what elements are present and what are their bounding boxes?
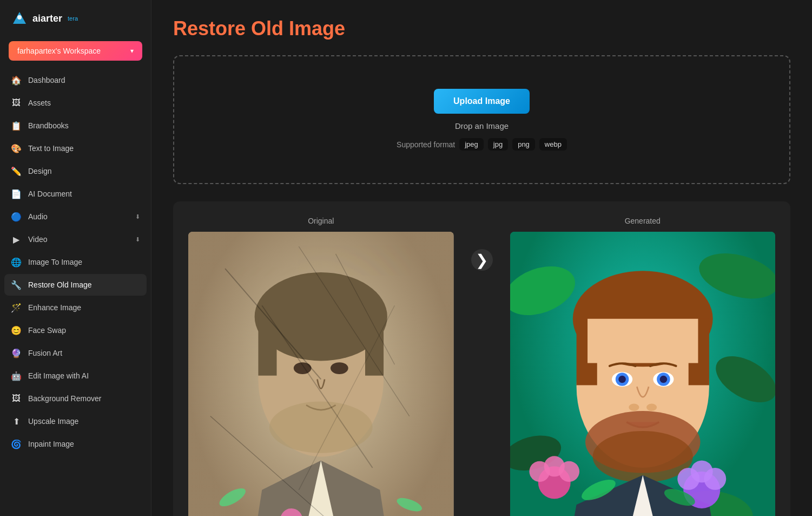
workspace-arrow: ▾ (130, 47, 134, 55)
fusion-art-icon: 🔮 (11, 348, 22, 358)
upload-button[interactable]: Upload Image (434, 89, 530, 114)
workspace-button[interactable]: farhapartex's Workspace ▾ (9, 41, 142, 61)
sidebar-item-face-swap[interactable]: 😊Face Swap (4, 319, 147, 341)
sidebar-item-label-enhance-image: Enhance Image (28, 303, 140, 312)
sidebar-item-label-face-swap: Face Swap (28, 326, 140, 335)
sidebar-nav: 🏠Dashboard🖼Assets📋Brandbooks🎨Text to Ima… (0, 69, 151, 455)
format-badge-png: png (512, 138, 535, 151)
assets-icon: 🖼 (11, 97, 22, 108)
generated-label: Generated (510, 217, 776, 225)
background-remover-icon: 🖼 (11, 393, 22, 404)
sidebar-item-image-to-image[interactable]: 🌐Image To Image (4, 251, 147, 273)
sidebar-item-restore-old-image[interactable]: 🔧Restore Old Image (4, 274, 147, 296)
page-title: Restore Old Image (173, 17, 790, 40)
sidebar-item-label-fusion-art: Fusion Art (28, 349, 140, 357)
app-name: aiarter (32, 13, 62, 24)
text-to-image-icon: 🎨 (11, 143, 22, 154)
format-badge-webp: webp (539, 138, 567, 151)
sidebar-item-badge-video: ⬇ (135, 236, 140, 243)
sidebar-item-badge-audio: ⬇ (135, 213, 140, 220)
sidebar-item-audio[interactable]: 🔵Audio⬇ (4, 206, 147, 227)
sidebar-item-dashboard[interactable]: 🏠Dashboard (4, 69, 147, 91)
svg-point-51 (544, 456, 564, 476)
svg-point-40 (618, 376, 626, 383)
sidebar-item-label-brandbooks: Brandbooks (28, 121, 140, 130)
sidebar-item-label-restore-old-image: Restore Old Image (28, 280, 140, 289)
sidebar-item-background-remover[interactable]: 🖼Background Remover (4, 388, 147, 409)
brandbooks-icon: 📋 (11, 120, 22, 131)
svg-rect-37 (587, 319, 698, 363)
sidebar-item-label-dashboard: Dashboard (28, 76, 140, 84)
format-badge-jpeg: jpeg (459, 138, 484, 151)
image-to-image-icon: 🌐 (11, 257, 22, 267)
design-icon: ✏️ (11, 166, 22, 177)
format-row: Supported format jpegjpgpngwebp (397, 138, 567, 151)
app-logo-icon (11, 10, 28, 27)
original-col: Original (188, 217, 454, 516)
comparison-section: Original (173, 201, 790, 516)
original-image (188, 232, 454, 516)
sidebar: aiarter tera farhapartex's Workspace ▾ 🏠… (0, 0, 151, 516)
svg-point-43 (659, 376, 667, 383)
logo-area: aiarter tera (0, 0, 151, 37)
main-content: Restore Old Image Upload Image Drop an I… (151, 0, 812, 516)
sidebar-item-inpaint-image[interactable]: 🌀Inpaint Image (4, 433, 147, 455)
generated-image (510, 232, 776, 516)
sidebar-item-label-edit-image-with-ai: Edit Image with AI (28, 371, 140, 380)
sidebar-item-text-to-image[interactable]: 🎨Text to Image (4, 138, 147, 159)
comparison-arrow: ❯ (471, 249, 493, 271)
sidebar-item-label-design: Design (28, 167, 140, 175)
sidebar-item-label-ai-document: AI Document (28, 190, 140, 198)
format-badge-jpg: jpg (488, 138, 508, 151)
sidebar-item-upscale-image[interactable]: ⬆Upscale Image (4, 410, 147, 432)
sidebar-item-ai-document[interactable]: 📄AI Document (4, 183, 147, 205)
sidebar-item-enhance-image[interactable]: 🪄Enhance Image (4, 297, 147, 318)
svg-point-55 (690, 460, 712, 482)
svg-point-9 (331, 362, 348, 374)
svg-point-47 (592, 431, 692, 482)
audio-icon: 🔵 (11, 211, 22, 222)
workspace-label: farhapartex's Workspace (17, 47, 101, 55)
app-logo-tag: tera (68, 15, 78, 22)
ai-document-icon: 📄 (11, 188, 22, 199)
face-swap-icon: 😊 (11, 325, 22, 336)
video-icon: ▶ (11, 234, 22, 245)
format-label: Supported format (397, 140, 455, 149)
sidebar-item-brandbooks[interactable]: 📋Brandbooks (4, 115, 147, 136)
svg-point-44 (629, 403, 639, 411)
generated-col: Generated (510, 217, 776, 516)
sidebar-item-design[interactable]: ✏️Design (4, 160, 147, 182)
svg-point-1 (17, 15, 22, 19)
drop-text: Drop an Image (455, 121, 509, 130)
dashboard-icon: 🏠 (11, 75, 22, 86)
sidebar-item-label-text-to-image: Text to Image (28, 144, 140, 153)
sidebar-item-fusion-art[interactable]: 🔮Fusion Art (4, 342, 147, 364)
edit-image-with-ai-icon: 🤖 (11, 370, 22, 381)
inpaint-image-icon: 🌀 (11, 439, 22, 449)
sidebar-item-edit-image-with-ai[interactable]: 🤖Edit Image with AI (4, 365, 147, 387)
sidebar-item-video[interactable]: ▶Video⬇ (4, 228, 147, 250)
sidebar-item-label-assets: Assets (28, 99, 140, 107)
sidebar-item-assets[interactable]: 🖼Assets (4, 92, 147, 114)
upscale-image-icon: ⬆ (11, 416, 22, 427)
sidebar-item-label-background-remover: Background Remover (28, 394, 140, 403)
sidebar-item-label-audio: Audio (28, 212, 129, 221)
upload-zone: Upload Image Drop an Image Supported for… (173, 55, 790, 184)
svg-point-45 (646, 403, 657, 411)
original-label: Original (188, 217, 454, 225)
sidebar-item-label-video: Video (28, 235, 129, 244)
sidebar-item-label-upscale-image: Upscale Image (28, 417, 140, 426)
svg-rect-7 (365, 317, 384, 376)
restore-old-image-icon: 🔧 (11, 279, 22, 290)
enhance-image-icon: 🪄 (11, 302, 22, 313)
sidebar-item-label-image-to-image: Image To Image (28, 258, 140, 266)
sidebar-item-label-inpaint-image: Inpaint Image (28, 440, 140, 448)
